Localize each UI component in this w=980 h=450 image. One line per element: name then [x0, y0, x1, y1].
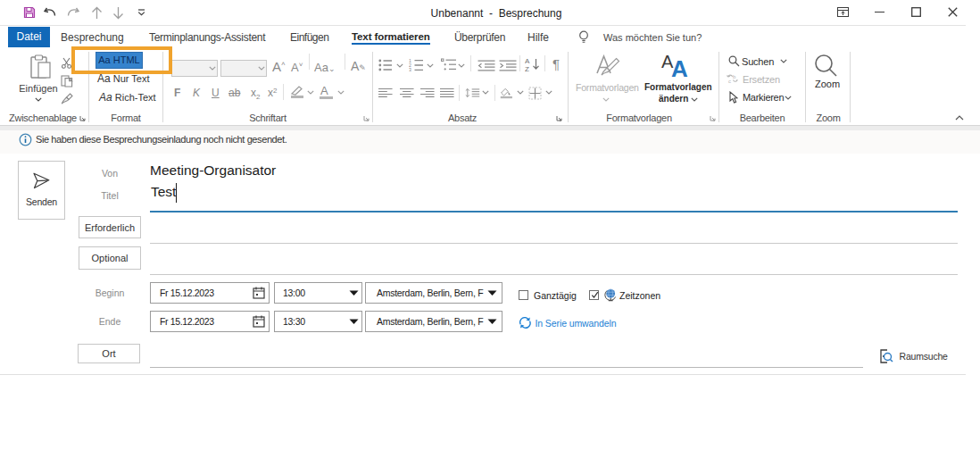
svg-text:b: b: [733, 74, 736, 79]
svg-text:3: 3: [409, 67, 411, 72]
svg-text:Z: Z: [525, 65, 529, 72]
svg-text:c: c: [728, 79, 731, 84]
